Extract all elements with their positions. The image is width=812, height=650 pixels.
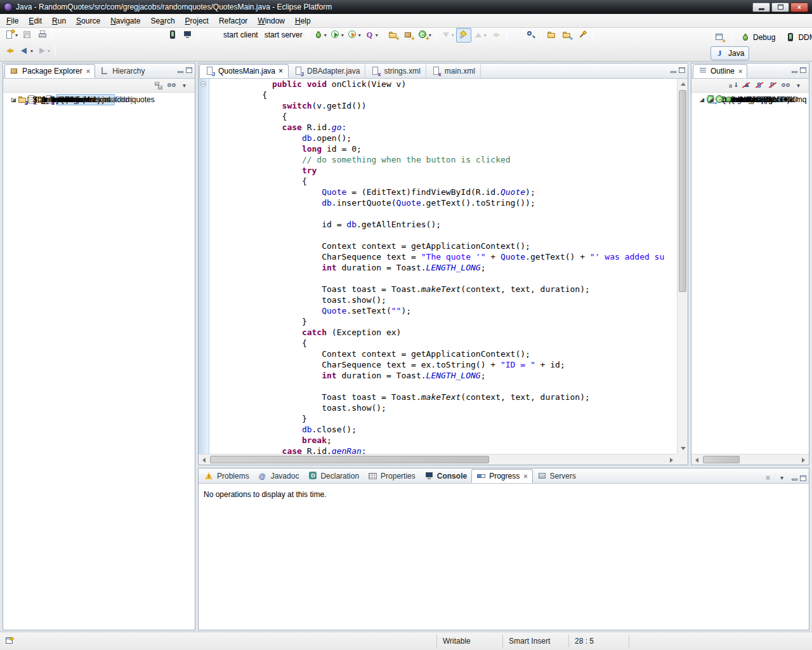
minimize-panel-icon[interactable] [792,479,797,481]
menu-project[interactable]: Project [180,15,214,27]
code-line[interactable]: } [213,413,677,424]
menu-source[interactable]: Source [71,15,105,27]
scroll-right-icon[interactable] [666,454,677,465]
code-line[interactable]: catch (Exception ex) [213,327,677,338]
maximize-panel-icon[interactable] [800,67,806,73]
tab-servers[interactable]: Servers [533,469,580,483]
minimize-window-button[interactable] [752,3,770,12]
code-line[interactable]: db.open(); [213,133,677,143]
close-tab-icon[interactable]: × [523,472,527,480]
dropdown-arrow-icon[interactable]: ▾ [324,32,327,38]
tab-outline[interactable]: Outline× [693,64,747,78]
vertical-scroll-thumb[interactable] [679,90,686,292]
code-line[interactable]: db.insertQuote(Quote.getText().toString(… [213,197,677,208]
code-line[interactable]: Context context = getApplicationContext(… [213,241,677,251]
link-button[interactable] [781,80,792,91]
code-line[interactable]: Toast toast = Toast.makeText(context, te… [213,284,677,295]
link-button[interactable] [167,80,178,91]
vmenu-button[interactable]: ▾ [794,80,806,91]
perspective-debug-button[interactable]: Debug [735,30,780,44]
tab-problems[interactable]: !Problems [200,469,254,483]
last-edit-location-button[interactable] [488,28,504,43]
code-line[interactable]: try [213,165,677,176]
code-line[interactable]: { [213,111,677,122]
tree-item-label[interactable]: onClick(V [736,95,773,105]
new-java-project-button[interactable]: + [386,28,401,43]
code-line[interactable] [213,273,677,284]
scroll-right-icon[interactable] [798,454,809,465]
code-line[interactable]: db.close(); [213,424,677,435]
vmenu-button[interactable]: ▾ [180,80,192,91]
filter-p-button[interactable]: P [768,80,779,91]
code-line[interactable]: int duration = Toast.LENGTH_LONG; [213,262,677,273]
code-line[interactable]: Quote.setText(""); [213,305,677,316]
tab-package-explorer[interactable]: Package Explorer× [4,64,95,78]
last-edit-location-2-button[interactable] [3,44,18,58]
code-line[interactable] [213,230,677,241]
code-line[interactable]: case R.id.genRan: [213,446,677,454]
quick-fix-button[interactable] [575,28,590,43]
code-area[interactable]: public void onClick(View v) { switch(v.g… [213,79,677,454]
fold-collapse-icon[interactable] [200,81,206,87]
expander-icon[interactable]: ▷ [10,96,18,103]
code-line[interactable]: { [213,176,677,187]
tree-item[interactable]: ▷JStatsTracker [6,94,78,105]
scroll-left-icon[interactable] [199,454,209,465]
start-server-button[interactable]: start server [261,28,306,43]
debug-button[interactable]: ▾ [311,28,329,43]
maximize-editor-icon[interactable] [679,67,685,73]
open-resource-button[interactable] [544,28,560,43]
new-wizard-button[interactable]: ▾ [3,28,20,43]
code-line[interactable]: break; [213,435,677,446]
next-annotation-button[interactable]: ▾ [439,28,456,43]
code-line[interactable] [213,381,677,392]
import-button[interactable]: ↘ [560,28,575,43]
menu-navigate[interactable]: Navigate [105,15,145,27]
back-button[interactable]: ▾ [18,44,35,58]
scroll-up-icon[interactable] [678,79,688,90]
tab-properties[interactable]: Properties [363,469,420,483]
minimize-editor-icon[interactable] [671,71,676,73]
tree-item-label[interactable]: StatsTracker [30,95,78,105]
menu-edit[interactable]: Edit [23,15,47,27]
filter-f-button[interactable] [741,80,752,91]
close-tab-icon[interactable]: × [738,67,742,75]
close-window-button[interactable]: × [790,3,808,12]
code-line[interactable]: { [213,338,677,348]
dropdown-arrow-icon[interactable]: ▾ [48,48,50,54]
editor-tab-strings-xml[interactable]: xstrings.xml [365,64,426,78]
editor-vertical-scrollbar[interactable] [677,79,688,454]
scroll-left-icon[interactable] [691,454,702,465]
code-line[interactable]: int duration = Toast.LENGTH_LONG; [213,370,677,381]
horizontal-scroll-thumb[interactable] [210,456,489,463]
code-line[interactable]: Context context = getApplicationContext(… [213,348,677,359]
new-java-package-button[interactable]: + [401,28,416,43]
code-line[interactable] [213,208,677,219]
filter-s-button[interactable]: S [754,80,766,91]
collapse-all-button[interactable] [154,80,165,91]
editor-tab-quotesmain-java[interactable]: JQuotesMain.java× [199,64,289,78]
forward-button[interactable]: ▾ [35,44,52,58]
dropdown-arrow-icon[interactable]: ▾ [15,32,18,38]
mark-occurrences-button[interactable] [456,28,471,43]
fast-view-icon[interactable] [4,636,15,646]
android-device-button[interactable] [165,28,180,43]
external-tools-button[interactable]: Q▾ [363,28,380,43]
clear-button[interactable]: × [764,472,775,484]
folding-gutter[interactable] [199,79,209,454]
previous-annotation-button[interactable]: ▾ [471,28,488,43]
tab-declaration[interactable]: DDeclaration [303,469,363,483]
editor-tab-dbadapter-java[interactable]: JDBAdapter.java [289,64,365,78]
editor-tab-main-xml[interactable]: xmain.xml [426,64,481,78]
menu-refactor[interactable]: Refactor [214,15,252,27]
sort-button[interactable]: a↓ [728,80,739,91]
dropdown-arrow-icon[interactable]: ▾ [484,32,487,38]
print-button[interactable] [35,28,50,43]
menu-help[interactable]: Help [290,15,316,27]
dropdown-arrow-icon[interactable]: ▾ [341,32,344,38]
dropdown-arrow-icon[interactable]: ▾ [358,32,361,38]
vmenu-button[interactable]: ▾ [778,472,789,484]
android-emulator-button[interactable] [180,28,195,43]
start-client-button[interactable]: start client [220,28,261,43]
minimize-panel-icon[interactable] [178,71,183,73]
